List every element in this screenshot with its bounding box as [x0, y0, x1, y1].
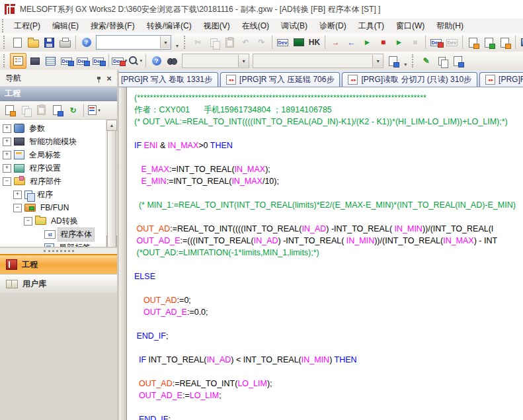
cross-reference-button[interactable]: Dev — [91, 54, 106, 68]
st-edit-button[interactable]: ✎ — [419, 54, 434, 68]
nav-paste-button[interactable] — [34, 103, 49, 118]
print-button[interactable] — [58, 35, 73, 50]
chevron-down-icon[interactable]: ▼ — [372, 55, 383, 67]
write-to-plc-button[interactable]: → — [328, 35, 343, 50]
menubar-grip[interactable] — [2, 19, 6, 32]
tree-item[interactable]: st程序本体 — [0, 228, 106, 241]
menu-item-帮助H[interactable]: 帮助(H) — [430, 19, 469, 33]
device-test-button[interactable]: HK — [307, 35, 322, 50]
tree-item[interactable]: +程序设置 — [0, 161, 106, 175]
expand-icon[interactable]: + — [3, 124, 11, 133]
view-selector-project-button[interactable]: 工程 — [0, 254, 117, 274]
expand-icon[interactable]: + — [3, 151, 11, 159]
collapse-icon[interactable]: − — [3, 177, 11, 186]
save-project-button[interactable] — [42, 35, 57, 50]
chevron-down-icon[interactable]: ▼ — [238, 55, 249, 67]
device-display-button[interactable]: Dev — [428, 35, 444, 50]
collapse-icon[interactable]: − — [13, 204, 22, 212]
toolbar-grip[interactable] — [412, 54, 416, 67]
menu-item-调试B[interactable]: 调试(B) — [275, 19, 313, 33]
pin-icon[interactable] — [93, 73, 104, 83]
toolbar-grip[interactable] — [3, 36, 7, 49]
quick-access-combo[interactable]: ▼ — [96, 35, 171, 50]
watch-start-button[interactable]: ► — [391, 35, 407, 50]
tree-item[interactable]: −FB/FUN — [0, 201, 106, 214]
undo-button[interactable]: ↶ — [238, 35, 253, 50]
comment-edit-button[interactable] — [465, 35, 481, 50]
tree-scrollbar[interactable]: ▲ ▼ — [106, 120, 117, 247]
melsoft-app-icon[interactable] — [5, 4, 15, 15]
tab-prg-partial[interactable]: ◄►[PRG]R 写 — [479, 72, 523, 87]
menu-item-编辑E[interactable]: 编辑(E) — [46, 19, 85, 33]
tree-item[interactable]: +参数 — [0, 122, 106, 135]
navigation-window-button[interactable] — [10, 53, 26, 69]
find-target-combo[interactable]: ▼ — [182, 54, 249, 68]
st-code-editor[interactable]: (***************************************… — [119, 87, 523, 420]
tree-item[interactable]: +全局标签 — [0, 148, 106, 161]
new-project-button[interactable] — [10, 35, 25, 50]
menu-item-视图V[interactable]: 视图(V) — [198, 19, 236, 33]
tree-item[interactable]: +程序 — [0, 188, 106, 201]
device-use-list-button[interactable]: Dev — [59, 54, 74, 68]
cut-button[interactable]: ✂ — [190, 35, 206, 50]
device-comment-search-button[interactable]: Dev — [275, 35, 290, 50]
expand-icon[interactable]: + — [13, 190, 22, 199]
nav-sort-button[interactable]: ▾ — [87, 103, 102, 118]
find-button[interactable] — [165, 54, 180, 68]
help-button-2[interactable]: ? — [149, 54, 164, 68]
read-from-plc-button[interactable]: ← — [344, 35, 359, 50]
st-find-button[interactable] — [450, 54, 465, 68]
tree-item[interactable]: −AD转换 — [0, 214, 106, 228]
menu-item-诊断D[interactable]: 诊断(D) — [313, 19, 352, 33]
tree-item[interactable]: 局部标签 — [0, 241, 106, 247]
toolbar-overflow-button-3[interactable]: ▾ — [401, 53, 409, 69]
menu-item-工程P[interactable]: 工程(P) — [8, 19, 46, 33]
copy-button[interactable] — [206, 35, 221, 50]
menu-item-转换/编译C[interactable]: 转换/编译(C) — [141, 19, 198, 33]
scroll-up-icon[interactable]: ▲ — [106, 120, 117, 131]
element-selection-button[interactable] — [27, 54, 42, 68]
tree-item[interactable]: +智能功能模块 — [0, 135, 106, 148]
tab-prg-write-calender[interactable]: ◄►[PRG]R 写入 压延辊 706步 — [220, 72, 340, 87]
toolbar-grip[interactable] — [184, 36, 188, 49]
panel-resize-grip[interactable] — [0, 247, 117, 254]
monitor-start-button[interactable]: ► — [360, 35, 375, 50]
menu-item-在线O[interactable]: 在线(O) — [236, 19, 275, 33]
collapse-icon[interactable]: − — [24, 217, 32, 226]
nav-new-data-button[interactable] — [2, 103, 17, 118]
menu-item-工具T[interactable]: 工具(T) — [352, 19, 390, 33]
toolbar-overflow-button[interactable]: ▾ — [173, 34, 181, 50]
open-project-button[interactable] — [26, 35, 41, 50]
help-button[interactable]: ? — [79, 35, 94, 50]
paste-button[interactable] — [222, 35, 237, 50]
toolbar-grip[interactable] — [3, 54, 7, 67]
menu-item-窗口W[interactable]: 窗口(W) — [390, 19, 430, 33]
close-icon[interactable]: × — [104, 73, 114, 83]
device-batch-replace-button[interactable]: Dev — [75, 54, 90, 68]
statement-edit-button[interactable] — [481, 35, 497, 50]
redo-button[interactable]: ↷ — [254, 35, 269, 50]
expand-icon[interactable]: + — [3, 164, 11, 173]
nav-copy-button[interactable] — [18, 103, 33, 118]
find-string-combo[interactable]: ▼ — [253, 54, 383, 68]
monitor-stop-button[interactable]: ■ — [376, 35, 391, 50]
monitor-mode-button[interactable] — [291, 35, 306, 50]
watch-stop-button[interactable]: ■ — [407, 35, 422, 50]
device-display-off-button[interactable]: Dev — [444, 35, 460, 50]
device-display-format-button[interactable]: Dev▾ — [112, 54, 127, 68]
chevron-down-icon[interactable]: ▼ — [160, 36, 171, 48]
nav-refresh-button[interactable]: ↻ — [65, 103, 81, 118]
tree-item[interactable]: −程序部件 — [0, 175, 106, 188]
output-window-button[interactable] — [43, 54, 58, 68]
tab-prg-write-roll[interactable]: [PRG]R 写入 卷取 1331步 — [119, 72, 218, 87]
tab-prg-read-slitter[interactable]: ◄►[PRG]读取 分切刀 (只读) 310步 — [342, 72, 477, 87]
menu-item-搜索/替换F[interactable]: 搜索/替换(F) — [85, 19, 141, 33]
expand-icon[interactable]: + — [3, 138, 11, 146]
device-find-button[interactable]: ▾ — [128, 54, 143, 68]
scrollbar-thumb[interactable] — [107, 130, 116, 247]
find-next-button[interactable] — [385, 54, 401, 68]
nav-property-button[interactable] — [50, 103, 65, 118]
st-insert-button[interactable] — [434, 54, 450, 68]
view-selector-userlib-button[interactable]: 用户库 — [0, 274, 117, 293]
transfer-setup-button[interactable] — [518, 35, 523, 50]
